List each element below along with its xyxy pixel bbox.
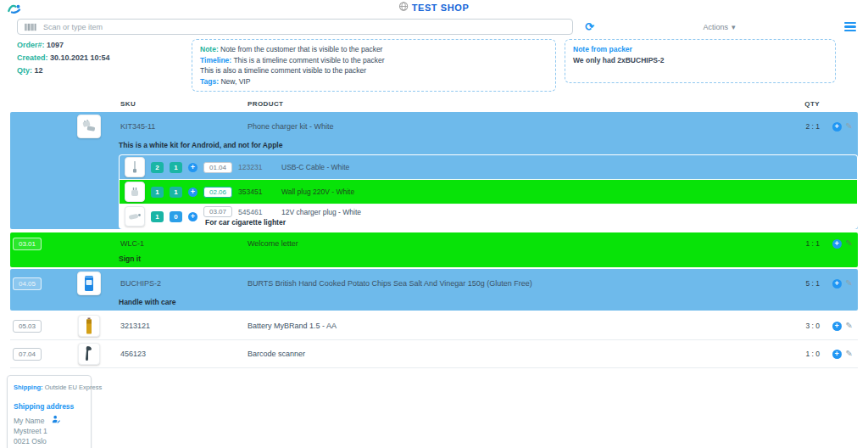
shop-name: TEST SHOP (412, 3, 470, 13)
qty-picked-badge: 1 (170, 162, 182, 173)
product-thumbnail-chips-bag (77, 272, 101, 295)
order-info: Order#: 1097 Created: 30.10.2021 10:54 Q… (7, 39, 183, 77)
shop-title: TEST SHOP (399, 2, 470, 13)
location-input[interactable]: 05.03 (13, 320, 42, 333)
increment-button[interactable]: + (188, 163, 198, 172)
table-row-battery[interactable]: 05.03 3213121 Battery MyBRand 1.5 - AA 3… (10, 312, 858, 340)
increment-button[interactable]: + (188, 212, 198, 221)
header-qty: QTY (782, 100, 820, 108)
shipping-city: 0021 Oslo (14, 436, 85, 446)
row-sku: 456123 (120, 350, 248, 358)
location-input[interactable]: 02.06 (203, 187, 232, 198)
row-sku: WLC-1 (120, 239, 248, 248)
row-sku: KIT345-11 (120, 122, 248, 131)
qty-needed-badge: 1 (151, 211, 164, 222)
toolbar: ⟳ Actions ▾ (0, 15, 868, 36)
product-thumbnail-usb-cable (125, 157, 145, 177)
timeline-line2: This is also a timeline comment visible … (200, 66, 366, 75)
increment-button[interactable]: + (832, 122, 842, 132)
location-input[interactable]: 01.04 (203, 162, 232, 173)
increment-button[interactable]: + (188, 188, 198, 197)
increment-button[interactable]: + (832, 279, 842, 288)
kit-item-row[interactable]: 1 0 + 03.07 545461 12V charger plug - Wh… (120, 204, 857, 228)
created-label: Created: (17, 53, 48, 62)
items-table: SKU PRODUCT QTY KIT345-11 Phone charger … (0, 97, 868, 368)
edit-icon[interactable]: ✎ (846, 239, 853, 248)
row-qty: 1 : 0 (782, 350, 820, 358)
packer-note-title: Note from packer (573, 44, 827, 55)
location-input[interactable]: 04.05 (13, 277, 42, 290)
qty-value: 12 (35, 66, 43, 75)
barcode-icon (25, 20, 36, 35)
row-qty: 1 : 1 (782, 239, 820, 248)
actions-dropdown[interactable]: Actions ▾ (703, 23, 735, 31)
kit-item-product: USB-C Cable - White (281, 163, 349, 171)
row-product: Phone charger kit - White (248, 122, 782, 131)
edit-icon[interactable]: ✎ (846, 279, 853, 288)
increment-button[interactable]: + (832, 322, 842, 331)
tags-value: New, VIP (220, 77, 250, 86)
edit-icon[interactable]: ✎ (846, 122, 853, 131)
header-product: PRODUCT (248, 100, 782, 108)
kit-item-product: Wall plug 220V - White (281, 188, 354, 196)
increment-button[interactable]: + (832, 350, 842, 359)
row-qty: 3 : 0 (782, 322, 820, 330)
product-thumbnail-charger-kit (77, 115, 101, 138)
header-sku: SKU (120, 100, 248, 108)
qty-label: Qty: (17, 66, 32, 75)
row-qty: 2 : 1 (782, 122, 820, 131)
edit-icon[interactable]: ✎ (846, 322, 853, 330)
row-qty: 5 : 1 (782, 279, 820, 288)
shipping-address-title: Shipping address (14, 401, 85, 412)
row-product: Barcode scanner (248, 350, 782, 358)
packer-note-box[interactable]: Note from packer We only had 2xBUCHIPS-2 (565, 39, 836, 83)
shipping-label: Shipping: (14, 384, 43, 391)
increment-button[interactable]: + (832, 239, 842, 249)
menu-icon[interactable] (844, 22, 856, 32)
row-product: BURTS British Hand Cooked Potato Chips S… (248, 279, 782, 288)
location-input[interactable]: 07.04 (13, 348, 42, 361)
shipping-box: Shipping: Outside EU Express Shipping ad… (7, 375, 92, 448)
actions-label: Actions (703, 23, 728, 31)
kit-item-sku: 123231 (238, 163, 275, 171)
shipping-method: Outside EU Express (45, 384, 103, 391)
product-thumbnail-wall-plug (125, 182, 145, 202)
timeline-label: Timeline: (200, 56, 231, 64)
table-row-scanner[interactable]: 07.04 456123 Barcode scanner 1 : 0 + ✎ (10, 340, 858, 368)
kit-item-sku: 545461 (238, 208, 275, 216)
row-sku: BUCHIPS-2 (120, 279, 248, 288)
table-row-chips[interactable]: 04.05 BUCHIPS-2 BURTS British Hand Cooke… (10, 269, 858, 311)
location-input[interactable]: 03.07 (203, 206, 232, 217)
kit-item-product: 12V charger plug - White (281, 208, 361, 216)
kit-item-comment: For car cigarette lighter (203, 218, 361, 227)
edit-address-icon[interactable] (52, 415, 60, 426)
app-logo-icon (7, 3, 22, 17)
refresh-icon[interactable]: ⟳ (585, 21, 594, 32)
chevron-down-icon: ▾ (732, 23, 736, 31)
location-input[interactable]: 03.01 (13, 238, 42, 250)
customer-note-box: Note: Note from the customer that is vis… (192, 39, 556, 92)
row-comment: This is a white kit for Android, and not… (10, 141, 858, 154)
table-row-kit[interactable]: KIT345-11 Phone charger kit - White 2 : … (10, 112, 858, 229)
table-row-welcome-letter[interactable]: 03.01 WLC-1 Welcome letter 1 : 1 + ✎ Sig… (10, 232, 858, 267)
product-thumbnail-12v-plug (125, 206, 145, 227)
product-thumbnail-battery (78, 315, 100, 337)
shipping-name: My Name (14, 416, 44, 426)
timeline-line1: This is a timeline comment visible to th… (233, 56, 384, 64)
kit-item-row[interactable]: 1 1 + 02.06 353451 Wall plug 220V - Whit… (120, 180, 857, 204)
kit-item-row[interactable]: 2 1 + 01.04 123231 USB-C Cable - White (120, 155, 857, 180)
kit-items-list: 2 1 + 01.04 123231 USB-C Cable - White 1… (119, 154, 858, 229)
edit-icon[interactable]: ✎ (846, 350, 853, 358)
table-header: SKU PRODUCT QTY (10, 97, 858, 112)
shipping-street: Mystreet 1 (14, 426, 85, 436)
tags-label: Tags: (200, 77, 219, 86)
search-input[interactable] (43, 23, 565, 31)
qty-picked-badge: 1 (170, 187, 182, 198)
qty-needed-badge: 1 (151, 187, 164, 198)
row-comment: Sign it (10, 255, 858, 267)
note-label: Note: (200, 45, 219, 53)
order-label: Order#: (17, 41, 45, 49)
qty-picked-badge: 0 (170, 211, 182, 222)
topbar: TEST SHOP (0, 0, 868, 15)
row-product: Battery MyBRand 1.5 - AA (248, 322, 782, 330)
